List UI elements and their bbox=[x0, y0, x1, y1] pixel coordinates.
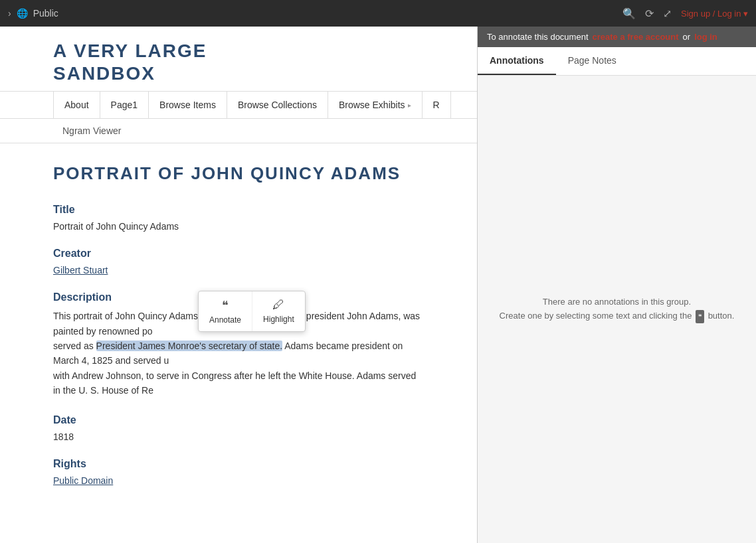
toolbar-text: To annotate this document bbox=[487, 32, 589, 42]
nav-bar: About Page1 Browse Items Browse Collecti… bbox=[0, 91, 477, 119]
toolbar-or: or bbox=[683, 32, 691, 42]
field-label-rights: Rights bbox=[53, 458, 424, 470]
desc-text-4: with Andrew Johnson, to serve in Congres… bbox=[53, 370, 416, 396]
annotation-tabs: Annotations Page Notes bbox=[478, 47, 756, 76]
sub-nav: Ngram Viewer bbox=[0, 119, 477, 143]
search-icon[interactable]: 🔍 bbox=[622, 7, 636, 20]
field-label-date: Date bbox=[53, 414, 424, 426]
empty-line2: Create one by selecting some text and cl… bbox=[500, 309, 735, 323]
field-value-creator: Gilbert Stuart bbox=[53, 265, 424, 275]
annotate-button[interactable]: ❝ Annotate bbox=[199, 291, 252, 331]
highlight-button[interactable]: 🖊 Highlight bbox=[252, 291, 305, 331]
nav-item-page1[interactable]: Page1 bbox=[100, 92, 149, 118]
creator-link[interactable]: Gilbert Stuart bbox=[53, 265, 108, 275]
top-bar: › 🌐 Public 🔍 ⟳ ⤢ Sign up / Log in ▾ bbox=[0, 0, 756, 27]
create-account-link[interactable]: create a free account bbox=[593, 32, 679, 42]
annotation-content: There are no annotations in this group. … bbox=[478, 76, 756, 543]
tab-page-notes[interactable]: Page Notes bbox=[556, 47, 628, 75]
empty-line1: There are no annotations in this group. bbox=[500, 295, 735, 309]
annotation-inline-icon: ❝ bbox=[696, 310, 704, 323]
annotation-popup: ❝ Annotate 🖊 Highlight bbox=[198, 291, 306, 332]
annotate-label: Annotate bbox=[209, 315, 241, 325]
nav-item-about[interactable]: About bbox=[53, 92, 100, 118]
annotation-toolbar: To annotate this document create a free … bbox=[478, 27, 756, 47]
top-bar-left: › 🌐 Public bbox=[8, 8, 58, 19]
globe-icon: 🌐 bbox=[17, 8, 28, 19]
field-value-rights: Public Domain bbox=[53, 475, 424, 486]
field-label-title: Title bbox=[53, 204, 424, 216]
login-link[interactable]: log in bbox=[694, 32, 717, 42]
main-layout: A VERY LARGE SANDBOX About Page1 Browse … bbox=[0, 27, 756, 543]
desc-highlighted: President James Monroe's secretary of st… bbox=[96, 341, 282, 351]
page-title: PORTRAIT OF JOHN QUINCY ADAMS bbox=[53, 163, 424, 184]
highlight-label: Highlight bbox=[263, 315, 294, 324]
subnav-item-ngram[interactable]: Ngram Viewer bbox=[53, 119, 130, 143]
annotation-empty-message: There are no annotations in this group. … bbox=[500, 295, 735, 323]
refresh-icon[interactable]: ⟳ bbox=[645, 7, 654, 20]
nav-item-browse-collections[interactable]: Browse Collections bbox=[227, 92, 328, 118]
share-icon[interactable]: ⤢ bbox=[663, 7, 672, 20]
top-bar-right: 🔍 ⟳ ⤢ Sign up / Log in ▾ bbox=[622, 7, 748, 20]
nav-item-browse-exhibits[interactable]: Browse Exhibits ▸ bbox=[328, 92, 423, 118]
chevron-down-icon: ▸ bbox=[408, 102, 411, 109]
public-label: Public bbox=[33, 8, 58, 19]
field-value-title: Portrait of John Quincy Adams bbox=[53, 221, 424, 232]
site-title: A VERY LARGE SANDBOX bbox=[53, 40, 457, 84]
page-content: PORTRAIT OF JOHN QUINCY ADAMS Title Port… bbox=[0, 143, 477, 521]
desc-text-2: served as bbox=[53, 341, 96, 351]
nav-item-browse-items[interactable]: Browse Items bbox=[149, 92, 227, 118]
rights-link[interactable]: Public Domain bbox=[53, 475, 113, 486]
site-header: A VERY LARGE SANDBOX bbox=[0, 27, 477, 91]
field-label-creator: Creator bbox=[53, 248, 424, 260]
nav-item-r[interactable]: R bbox=[423, 92, 451, 118]
tab-annotations[interactable]: Annotations bbox=[478, 47, 556, 75]
annotate-icon: ❝ bbox=[222, 298, 229, 313]
left-pane: A VERY LARGE SANDBOX About Page1 Browse … bbox=[0, 27, 477, 543]
annotation-panel: To annotate this document create a free … bbox=[477, 27, 756, 543]
field-value-date: 1818 bbox=[53, 431, 424, 442]
highlight-icon: 🖊 bbox=[272, 298, 284, 312]
signup-login-link[interactable]: Sign up / Log in ▾ bbox=[681, 9, 748, 19]
chevron-icon[interactable]: › bbox=[8, 8, 11, 19]
